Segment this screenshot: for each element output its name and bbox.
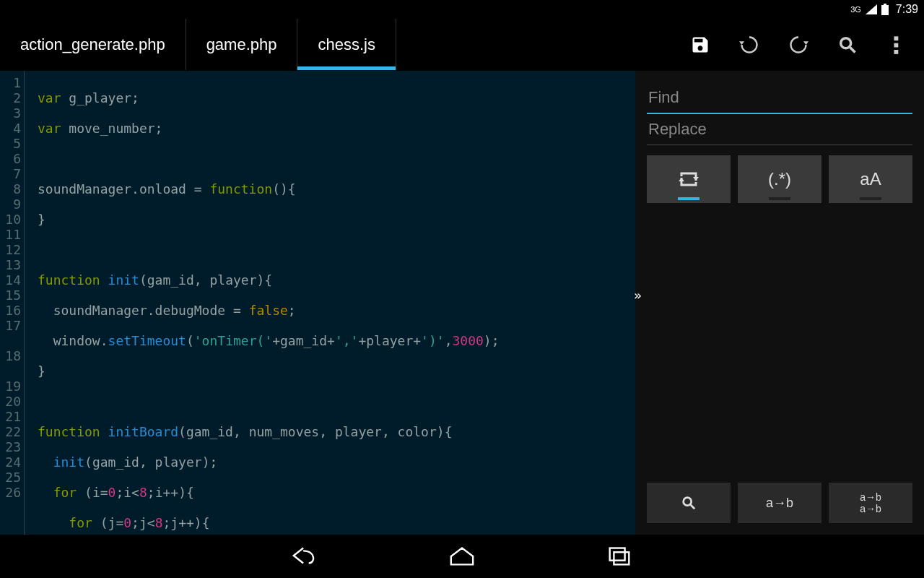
svg-point-7 xyxy=(684,498,692,506)
search-icon[interactable] xyxy=(826,23,869,66)
match-case-option-button[interactable]: aA xyxy=(829,155,912,203)
battery-icon xyxy=(881,4,889,15)
code-content[interactable]: var g_player; var move_number; soundMana… xyxy=(25,71,635,535)
svg-line-8 xyxy=(691,505,695,509)
menu-icon[interactable] xyxy=(875,23,918,66)
tab-bar: action_generate.php game.php chess.js xyxy=(0,19,924,71)
signal-icon xyxy=(866,4,877,14)
find-input[interactable] xyxy=(647,82,912,114)
clock: 7:39 xyxy=(896,3,918,16)
svg-rect-5 xyxy=(894,43,899,47)
back-icon[interactable] xyxy=(291,545,318,569)
find-replace-panel: » (.*) aA a→b a→b a→b xyxy=(635,71,924,535)
tab-action-generate[interactable]: action_generate.php xyxy=(0,19,186,70)
svg-rect-6 xyxy=(894,50,899,54)
tab-game[interactable]: game.php xyxy=(186,19,298,70)
android-nav-bar xyxy=(0,535,924,578)
code-editor[interactable]: 123 456 789 101112 131415 1617 18 192021… xyxy=(0,71,635,535)
recent-apps-icon[interactable] xyxy=(606,545,633,569)
network-3g-icon: 3G xyxy=(850,5,861,14)
svg-line-3 xyxy=(850,47,855,52)
svg-rect-1 xyxy=(881,5,889,15)
home-icon[interactable] xyxy=(448,545,476,569)
regex-option-button[interactable]: (.*) xyxy=(738,155,821,203)
line-gutter: 123 456 789 101112 131415 1617 18 192021… xyxy=(0,71,25,535)
find-next-button[interactable] xyxy=(647,483,731,523)
replace-all-button[interactable]: a→b a→b xyxy=(829,483,912,523)
save-icon[interactable] xyxy=(679,23,722,66)
android-status-bar: 3G 7:39 xyxy=(0,0,924,19)
redo-icon[interactable] xyxy=(777,23,820,66)
svg-rect-10 xyxy=(614,552,629,564)
replace-input[interactable] xyxy=(647,114,912,145)
svg-rect-9 xyxy=(610,548,625,560)
replace-one-button[interactable]: a→b xyxy=(738,483,821,523)
svg-rect-0 xyxy=(884,4,886,5)
svg-point-2 xyxy=(841,38,851,48)
undo-icon[interactable] xyxy=(728,23,771,66)
tab-chess[interactable]: chess.js xyxy=(297,19,396,70)
svg-rect-4 xyxy=(894,36,899,40)
collapse-panel-icon[interactable]: » xyxy=(634,288,642,303)
loop-option-button[interactable] xyxy=(647,155,731,203)
